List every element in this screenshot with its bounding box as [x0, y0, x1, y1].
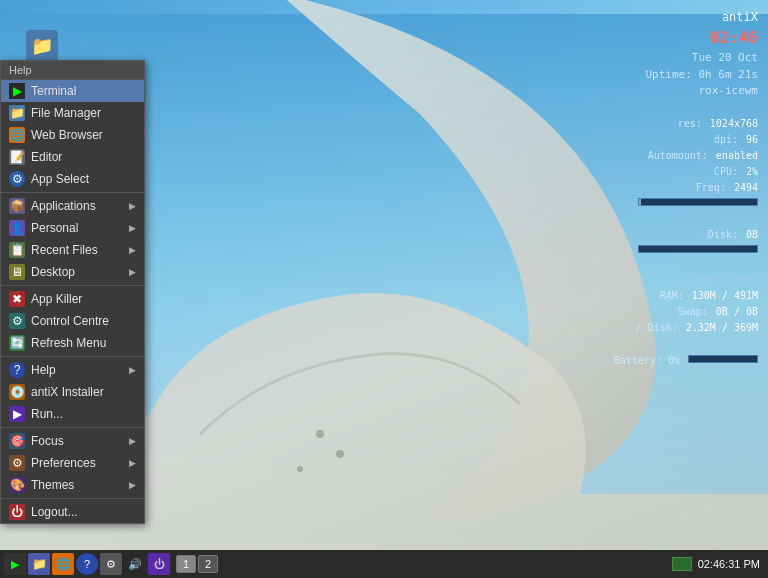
taskbar-right-section: 02:46:31 PM [672, 557, 764, 571]
dpi-row: dpi: 96 [714, 132, 758, 147]
svg-point-1 [316, 430, 324, 438]
taskbar-icon-files[interactable]: 📁 [28, 553, 50, 575]
file-manager-icon: 📁 [9, 105, 25, 121]
menu-item-preferences[interactable]: ⚙ Preferences ▶ [1, 452, 144, 474]
refresh-menu-icon: 🔄 [9, 335, 25, 351]
menu-item-desktop[interactable]: 🖥 Desktop ▶ [1, 261, 144, 283]
taskbar-icon-help[interactable]: ? [76, 553, 98, 575]
svg-point-2 [336, 450, 344, 458]
taskbar-left-section: ▶ 📁 🌐 ? ⚙ 🔊 ⏻ 1 2 [4, 553, 672, 575]
battery-row: Battery: 0% [614, 353, 758, 368]
automount-row: Automount: enabled [648, 148, 758, 163]
terminal-icon: ▶ [9, 83, 25, 99]
battery-progress-bar [688, 355, 758, 363]
focus-icon: 🎯 [9, 433, 25, 449]
menu-separator-3 [1, 356, 144, 357]
ram-row: RAM: 130M / 491M [660, 288, 758, 303]
control-centre-icon: ⚙ [9, 313, 25, 329]
app-killer-icon: ✖ [9, 291, 25, 307]
system-info-widget: antiX 02:46 Tue 20 Oct Uptime: 0h 6m 21s… [614, 8, 758, 368]
hostname: antiX [614, 8, 758, 26]
menu-separator-5 [1, 498, 144, 499]
freq-row: Freq: 2494 [696, 180, 758, 195]
taskbar-icon-terminal[interactable]: ▶ [4, 553, 26, 575]
swap-row: Swap: 0B / 0B [678, 304, 758, 319]
menu-separator-1 [1, 192, 144, 193]
taskbar-icon-6[interactable]: 🔊 [124, 553, 146, 575]
menu-item-help[interactable]: ? Help ▶ [1, 359, 144, 381]
svg-point-3 [297, 466, 303, 472]
menu-item-web-browser[interactable]: 🌐 Web Browser [1, 124, 144, 146]
taskbar-icon-7[interactable]: ⏻ [148, 553, 170, 575]
cpu-progress-fill [639, 199, 641, 205]
menu-item-editor[interactable]: 📝 Editor [1, 146, 144, 168]
workspace-1-button[interactable]: 1 [176, 555, 196, 573]
menu-separator-2 [1, 285, 144, 286]
personal-submenu-arrow: ▶ [129, 223, 136, 233]
taskbar-icon-settings[interactable]: ⚙ [100, 553, 122, 575]
help-icon: ? [9, 362, 25, 378]
system-date: Tue 20 Oct [614, 50, 758, 67]
network-indicator [672, 557, 692, 571]
run-icon: ▶ [9, 406, 25, 422]
menu-item-run[interactable]: ▶ Run... [1, 403, 144, 425]
taskbar-clock: 02:46:31 PM [698, 558, 760, 570]
menu-help-header: Help [1, 61, 144, 80]
window-manager: rox-icewm [614, 83, 758, 100]
files-icon-image: 📁 [26, 30, 58, 62]
logout-icon: ⏻ [9, 504, 25, 520]
disk-progress-bar [638, 245, 758, 253]
recent-files-icon: 📋 [9, 242, 25, 258]
cpu-progress-bar [638, 198, 758, 206]
editor-icon: 📝 [9, 149, 25, 165]
taskbar: ▶ 📁 🌐 ? ⚙ 🔊 ⏻ 1 2 02:46:31 PM [0, 550, 768, 578]
menu-item-personal[interactable]: 👤 Personal ▶ [1, 217, 144, 239]
system-uptime: Uptime: 0h 6m 21s [614, 67, 758, 84]
menu-item-applications[interactable]: 📦 Applications ▶ [1, 195, 144, 217]
personal-icon: 👤 [9, 220, 25, 236]
applications-submenu-arrow: ▶ [129, 201, 136, 211]
menu-item-focus[interactable]: 🎯 Focus ▶ [1, 430, 144, 452]
menu-item-app-select[interactable]: ⚙ App Select [1, 168, 144, 190]
system-time: 02:46 [614, 26, 758, 50]
web-browser-icon: 🌐 [9, 127, 25, 143]
menu-item-refresh-menu[interactable]: 🔄 Refresh Menu [1, 332, 144, 354]
used-total-header: Used / Total [693, 273, 758, 287]
taskbar-workspace-switcher: 1 2 [176, 555, 218, 573]
res-row: res: 1024x768 [678, 116, 758, 131]
help-submenu-arrow: ▶ [129, 365, 136, 375]
desktop-submenu-arrow: ▶ [129, 267, 136, 277]
menu-separator-4 [1, 427, 144, 428]
menu-item-control-centre[interactable]: ⚙ Control Centre [1, 310, 144, 332]
menu-item-themes[interactable]: 🎨 Themes ▶ [1, 474, 144, 496]
application-menu: Help ▶ Terminal 📁 File Manager 🌐 Web Bro… [0, 60, 145, 524]
menu-item-recent-files[interactable]: 📋 Recent Files ▶ [1, 239, 144, 261]
workspace-2-button[interactable]: 2 [198, 555, 218, 573]
cpu-row: CPU: 2% [714, 164, 758, 179]
themes-submenu-arrow: ▶ [129, 480, 136, 490]
desktop-icon: 🖥 [9, 264, 25, 280]
slash-disk-row: / Disk: 2.32M / 369M [636, 320, 758, 335]
focus-submenu-arrow: ▶ [129, 436, 136, 446]
preferences-icon: ⚙ [9, 455, 25, 471]
taskbar-icon-browser[interactable]: 🌐 [52, 553, 74, 575]
menu-item-terminal[interactable]: ▶ Terminal [1, 80, 144, 102]
menu-item-antix-installer[interactable]: 💿 antiX Installer [1, 381, 144, 403]
menu-item-file-manager[interactable]: 📁 File Manager [1, 102, 144, 124]
applications-icon: 📦 [9, 198, 25, 214]
disk-row: Disk: 0B [708, 227, 758, 242]
menu-item-app-killer[interactable]: ✖ App Killer [1, 288, 144, 310]
menu-item-logout[interactable]: ⏻ Logout... [1, 501, 144, 523]
app-select-icon: ⚙ [9, 171, 25, 187]
recent-files-submenu-arrow: ▶ [129, 245, 136, 255]
themes-icon: 🎨 [9, 477, 25, 493]
installer-icon: 💿 [9, 384, 25, 400]
preferences-submenu-arrow: ▶ [129, 458, 136, 468]
